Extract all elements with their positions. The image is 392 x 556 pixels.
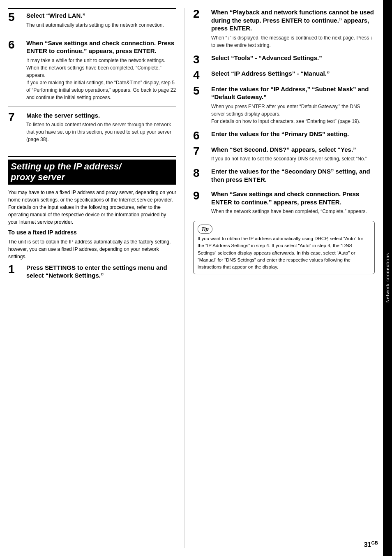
r-step-3: 3 Select “Tools” - “Advanced Settings.” [193, 54, 375, 65]
r-step-9: 9 When “Save settings and check connecti… [193, 190, 375, 215]
content-area: 5 Select “Wired LAN.” The unit automatic… [0, 0, 387, 556]
sub-heading-fixed-ip: To use a fixed IP address [8, 229, 176, 236]
r-step-3-content: Select “Tools” - “Advanced Settings.” [211, 54, 375, 65]
r-step-7-title: When “Set Second. DNS?” appears, select … [211, 146, 375, 154]
r-step-3-number: 3 [193, 54, 208, 65]
step-7-body: To listen to audio content stored on the… [26, 121, 176, 143]
step-7-title: Make the server settings. [26, 111, 176, 120]
divider-step5 [8, 8, 176, 9]
r-step-4-content: Select “IP Address Settings” - “Manual.” [211, 70, 375, 81]
tip-text: If you want to obtain the IP address aut… [198, 235, 370, 271]
section-step-1-number: 1 [8, 264, 23, 281]
r-step-6-number: 6 [193, 130, 208, 141]
r-step-8-title: Enter the values for the “Secondary DNS”… [211, 167, 375, 183]
r-step-5-content: Enter the values for “IP Address,” “Subn… [211, 85, 375, 125]
r-step-8-number: 8 [193, 167, 208, 185]
r-step-8: 8 Enter the values for the “Secondary DN… [193, 167, 375, 185]
right-column: 2 When “Playback and network functions c… [185, 8, 375, 548]
divider-step6 [8, 34, 176, 34]
step-7-number: 7 [8, 111, 23, 144]
r-step-6-title: Enter the values for the “Primary DNS” s… [211, 130, 375, 138]
r-step-2-content: When “Playback and network functions can… [211, 8, 375, 49]
divider-step7 [8, 106, 176, 107]
r-step-3-title: Select “Tools” - “Advanced Settings.” [211, 54, 375, 62]
section-step-1-title: Press SETTINGS to enter the settings men… [26, 264, 176, 280]
r-step-5-number: 5 [193, 85, 208, 125]
r-step-2-number: 2 [193, 8, 208, 49]
page-number: 31 [364, 541, 371, 548]
r-step-6-content: Enter the values for the “Primary DNS” s… [211, 130, 375, 141]
r-step-5: 5 Enter the values for “IP Address,” “Su… [193, 85, 375, 125]
step-6-content: When “Save settings and check connection… [26, 39, 176, 101]
step-5: 5 Select “Wired LAN.” The unit automatic… [8, 12, 176, 29]
step-6-number: 6 [8, 39, 23, 101]
step-5-body: The unit automatically starts setting up… [26, 21, 176, 29]
r-step-4-title: Select “IP Address Settings” - “Manual.” [211, 70, 375, 78]
section-intro: You may have to use a fixed IP address a… [8, 189, 176, 226]
r-step-2-title: When “Playback and network functions can… [211, 8, 375, 32]
sub-intro-text: The unit is set to obtain the IP address… [8, 238, 176, 260]
tip-box: Tip If you want to obtain the IP address… [193, 221, 375, 274]
r-step-6: 6 Enter the values for the “Primary DNS”… [193, 130, 375, 141]
step-7-content: Make the server settings. To listen to a… [26, 111, 176, 144]
r-step-7-content: When “Set Second. DNS?” appears, select … [211, 146, 375, 163]
r-step-7-number: 7 [193, 146, 208, 163]
page-number-area: 31GB [364, 540, 378, 549]
section-heading: Setting up the IP address/ proxy server [8, 160, 176, 185]
step-5-content: Select “Wired LAN.” The unit automatical… [26, 12, 176, 29]
r-step-4-number: 4 [193, 70, 208, 81]
section-step-1-content: Press SETTINGS to enter the settings men… [26, 264, 176, 281]
step-6-title: When “Save settings and check connection… [26, 39, 176, 55]
section-step-1: 1 Press SETTINGS to enter the settings m… [8, 264, 176, 281]
r-step-2-body: When “↓” is displayed, the message is co… [211, 34, 375, 49]
r-step-7: 7 When “Set Second. DNS?” appears, selec… [193, 146, 375, 163]
r-step-9-title: When “Save settings and check connection… [211, 190, 375, 206]
page: Network connections 5 Select “Wired LAN.… [0, 0, 392, 556]
side-tab: Network connections [383, 0, 392, 556]
page-number-suffix: GB [371, 540, 378, 545]
r-step-2: 2 When “Playback and network functions c… [193, 8, 375, 49]
r-step-5-body: When you press ENTER after you enter “De… [211, 103, 375, 125]
r-step-5-title: Enter the values for “IP Address,” “Subn… [211, 85, 375, 101]
section-heading-line2: proxy server [11, 172, 65, 182]
r-step-8-content: Enter the values for the “Secondary DNS”… [211, 167, 375, 185]
r-step-9-body: When the network settings have been comp… [211, 208, 375, 215]
r-step-9-number: 9 [193, 190, 208, 215]
step-5-title: Select “Wired LAN.” [26, 12, 176, 20]
section-ip-proxy: Setting up the IP address/ proxy server … [8, 156, 176, 281]
step-6: 6 When “Save settings and check connecti… [8, 39, 176, 101]
tip-label: Tip [198, 225, 212, 234]
r-step-4: 4 Select “IP Address Settings” - “Manual… [193, 70, 375, 81]
section-divider [8, 156, 176, 157]
r-step-9-content: When “Save settings and check connection… [211, 190, 375, 215]
step-7: 7 Make the server settings. To listen to… [8, 111, 176, 144]
step-5-number: 5 [8, 12, 23, 29]
r-step-7-body: If you do not have to set the secondary … [211, 155, 375, 162]
side-tab-label: Network connections [385, 253, 390, 303]
step-6-body: It may take a while for the unit to comp… [26, 57, 176, 101]
section-heading-line1: Setting up the IP address/ [11, 161, 121, 171]
left-column: 5 Select “Wired LAN.” The unit automatic… [8, 8, 185, 548]
